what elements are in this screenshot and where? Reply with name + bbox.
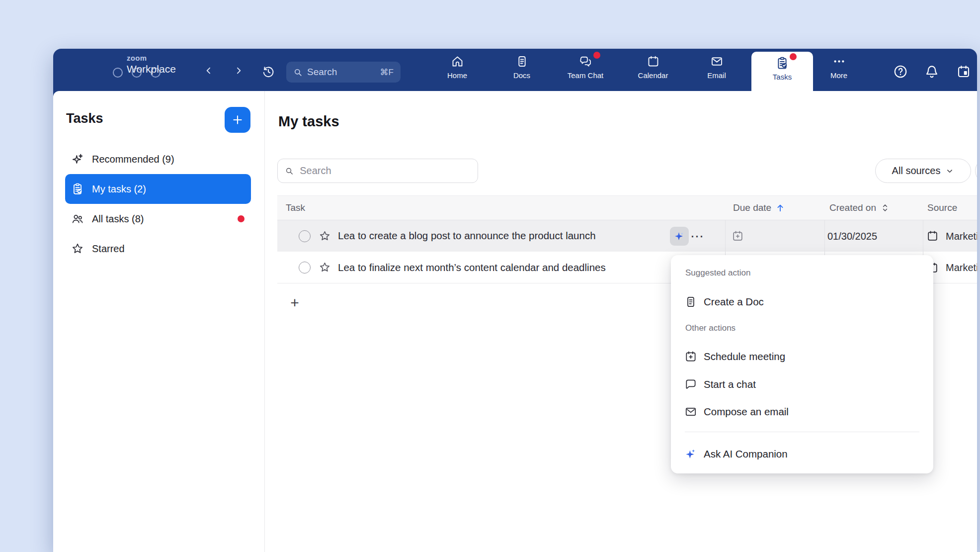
nav-tab-tasks-active[interactable]: Tasks: [751, 52, 813, 91]
help-icon: [893, 64, 908, 79]
nav-tab-more[interactable]: More: [813, 53, 865, 89]
menu-item-compose-email[interactable]: Compose an email: [671, 402, 928, 422]
brand-workplace-text: Workplace: [127, 64, 176, 74]
add-task-inline-button[interactable]: +: [287, 295, 302, 310]
sidebar-item-recommended[interactable]: Recommended (9): [65, 149, 251, 169]
menu-item-ask-ai-companion[interactable]: Ask AI Companion: [671, 444, 928, 464]
task-complete-checkbox[interactable]: [299, 230, 311, 242]
app-window: zoom Workplace Search ⌘F Home Docs: [53, 49, 977, 552]
menu-divider: [685, 432, 919, 432]
set-due-date-button[interactable]: [732, 230, 744, 242]
star-icon: [71, 242, 84, 255]
team-chat-notification-dot: [593, 52, 600, 59]
menu-item-schedule-meeting[interactable]: Schedule meeting: [671, 347, 928, 367]
home-icon: [451, 55, 464, 68]
sidebar-item-all-tasks[interactable]: All tasks (8): [65, 209, 251, 229]
history-icon[interactable]: [261, 65, 275, 79]
column-header-source: Source: [927, 196, 957, 220]
task-source: Marketing: [946, 231, 977, 242]
chevron-down-icon: [945, 167, 954, 176]
source-calendar-icon: [926, 230, 939, 242]
search-icon: [285, 166, 294, 176]
task-title[interactable]: Lea to create a blog post to announce th…: [338, 230, 596, 242]
mini-calendar-button[interactable]: [956, 64, 971, 79]
page-title: My tasks: [278, 113, 339, 130]
column-header-task: Task: [286, 196, 305, 220]
search-shortcut-hint: ⌘F: [380, 67, 394, 78]
nav-tab-email[interactable]: Email: [691, 53, 742, 89]
sort-both-icon: [880, 203, 890, 213]
task-search: [277, 159, 478, 183]
menu-section-label: Other actions: [685, 323, 735, 333]
top-navbar: zoom Workplace Search ⌘F Home Docs: [53, 49, 977, 91]
task-title[interactable]: Lea to finalize next month’s content cal…: [338, 262, 606, 274]
sidebar-item-starred[interactable]: Starred: [65, 239, 251, 259]
ai-sparkle-icon: [684, 448, 697, 460]
plus-icon: [231, 113, 244, 126]
global-search-placeholder: Search: [307, 67, 337, 78]
nav-tab-docs[interactable]: Docs: [496, 53, 548, 89]
task-star-toggle[interactable]: [319, 230, 331, 242]
task-search-input[interactable]: [299, 165, 471, 177]
menu-item-start-chat[interactable]: Start a chat: [671, 374, 928, 394]
search-icon: [293, 68, 303, 77]
table-header: Task Due date Created on Source: [277, 195, 977, 220]
sidebar-title: Tasks: [66, 111, 103, 126]
sources-filter-dropdown[interactable]: All sources: [875, 159, 971, 183]
calendar-today-icon: [956, 64, 971, 79]
back-button[interactable]: [204, 66, 214, 76]
more-icon: [832, 55, 846, 68]
nav-tab-team-chat[interactable]: Team Chat: [560, 53, 611, 89]
brand-logo: zoom Workplace: [127, 54, 176, 74]
add-task-button[interactable]: [225, 107, 250, 133]
notifications-button[interactable]: [924, 64, 939, 79]
sidebar-item-label: Recommended (9): [92, 154, 174, 165]
brand-zoom-text: zoom: [127, 54, 176, 62]
sidebar-item-label: All tasks (8): [92, 213, 144, 225]
task-more-actions-button[interactable]: ⋯: [690, 228, 704, 244]
calendar-icon: [647, 55, 660, 68]
help-button[interactable]: [893, 64, 908, 79]
tasks-notification-dot: [790, 53, 797, 60]
envelope-icon: [684, 405, 697, 418]
people-icon: [71, 212, 84, 225]
task-complete-checkbox[interactable]: [299, 262, 311, 274]
task-created-on: 01/30/2025: [827, 231, 877, 242]
content-area: Tasks Recommended (9) My tasks (2): [53, 91, 977, 552]
calendar-plus-icon: [684, 350, 697, 363]
nav-tab-calendar[interactable]: Calendar: [627, 53, 679, 89]
column-header-due-date[interactable]: Due date: [733, 196, 785, 220]
sort-ascending-icon: [775, 203, 785, 213]
all-tasks-notification-dot: [238, 215, 245, 222]
window-close-button[interactable]: [113, 68, 123, 78]
column-header-created-on[interactable]: Created on: [829, 196, 890, 220]
my-tasks-icon: [71, 183, 84, 195]
chat-bubble-icon: [684, 378, 697, 391]
task-actions-popup: Suggested action Create a Doc Other acti…: [671, 255, 933, 473]
sparkles-icon: [71, 153, 84, 166]
sidebar-item-my-tasks[interactable]: My tasks (2): [65, 174, 251, 204]
nav-tab-home[interactable]: Home: [431, 53, 483, 89]
sources-filter-value: All sources: [892, 165, 941, 177]
task-star-toggle[interactable]: [319, 261, 331, 274]
global-search-input[interactable]: Search ⌘F: [286, 62, 401, 83]
task-source: Marketing: [946, 262, 977, 274]
bell-icon: [924, 64, 939, 79]
tasks-sidebar: Tasks Recommended (9) My tasks (2): [53, 91, 265, 552]
ai-sparkle-icon: [673, 230, 685, 242]
clipped-filter-pill[interactable]: [975, 159, 977, 183]
team-chat-icon: [579, 55, 592, 68]
menu-section-label: Suggested action: [685, 268, 750, 278]
tasks-icon: [775, 56, 789, 70]
forward-button[interactable]: [234, 66, 244, 76]
my-tasks-panel: My tasks All sources Task Due date Creat…: [265, 91, 977, 552]
doc-icon: [684, 295, 697, 308]
docs-icon: [515, 55, 529, 68]
sidebar-item-label: Starred: [92, 243, 125, 255]
sidebar-item-label: My tasks (2): [92, 184, 146, 195]
email-icon: [710, 55, 724, 68]
ai-companion-action-button[interactable]: [670, 227, 689, 246]
menu-item-create-doc[interactable]: Create a Doc: [671, 292, 928, 312]
